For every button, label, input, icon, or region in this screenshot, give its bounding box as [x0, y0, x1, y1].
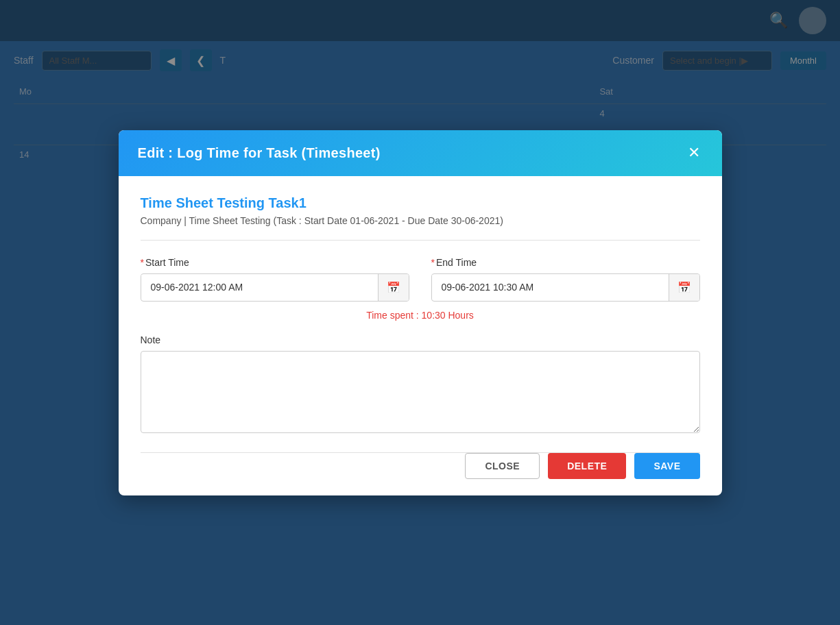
end-time-input-wrapper: 📅 [431, 273, 700, 302]
modal-close-x-button[interactable]: ✕ [685, 145, 703, 160]
end-time-input[interactable] [432, 275, 669, 299]
end-required-star: * [431, 257, 435, 268]
delete-button[interactable]: DELETE [548, 453, 626, 479]
time-spent-label: Time spent : 10:30 Hours [141, 310, 700, 321]
save-button[interactable]: SAVE [634, 453, 699, 479]
end-time-group: *End Time 📅 [431, 257, 700, 302]
calendar-icon-start: 📅 [387, 282, 400, 293]
start-time-input-wrapper: 📅 [141, 273, 409, 302]
task-title: Time Sheet Testing Task1 [141, 195, 700, 211]
task-subtitle: Company | Time Sheet Testing (Task : Sta… [141, 215, 700, 226]
start-time-group: *Start Time 📅 [141, 257, 409, 302]
end-time-label: *End Time [431, 257, 700, 268]
modal-footer: CLOSE DELETE SAVE [119, 453, 722, 495]
close-button[interactable]: CLOSE [465, 453, 540, 479]
note-label: Note [141, 334, 700, 345]
calendar-icon-end: 📅 [677, 282, 691, 293]
modal-body: Time Sheet Testing Task1 Company | Time … [119, 176, 722, 452]
start-time-input[interactable] [141, 275, 378, 299]
note-textarea[interactable] [141, 351, 700, 433]
start-time-label: *Start Time [141, 257, 409, 268]
header-divider [141, 240, 700, 241]
modal-header: Edit : Log Time for Task (Timesheet) ✕ [119, 130, 722, 176]
end-time-calendar-button[interactable]: 📅 [669, 274, 699, 301]
modal-title: Edit : Log Time for Task (Timesheet) [138, 145, 381, 161]
time-fields-row: *Start Time 📅 *End Time [141, 257, 700, 302]
modal-overlay: Edit : Log Time for Task (Timesheet) ✕ T… [0, 0, 840, 625]
start-required-star: * [141, 257, 144, 268]
start-time-calendar-button[interactable]: 📅 [378, 274, 409, 301]
modal-dialog: Edit : Log Time for Task (Timesheet) ✕ T… [119, 130, 722, 495]
